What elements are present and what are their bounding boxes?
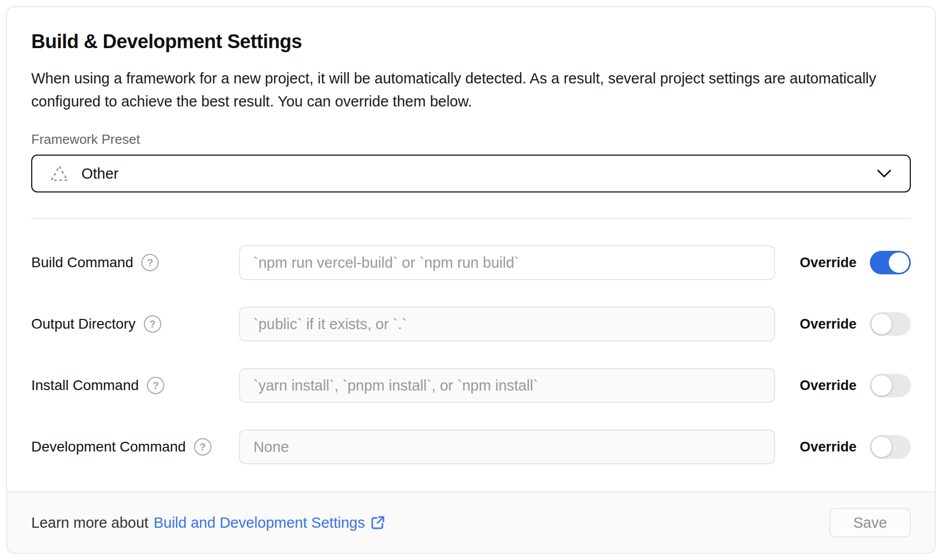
output-directory-input [239, 307, 775, 341]
description-text: When using a framework for a new project… [31, 67, 911, 113]
toggle-knob [871, 314, 892, 334]
build-command-label: Build Command [31, 254, 133, 271]
settings-rows: Build Command ? Override Output Director… [31, 245, 911, 464]
output-directory-override-toggle[interactable] [870, 312, 911, 336]
output-directory-help-icon[interactable]: ? [144, 315, 161, 333]
development-command-label: Development Command [31, 439, 186, 455]
triangle-dashed-icon [50, 164, 69, 183]
install-command-override-label: Override [800, 378, 857, 394]
framework-preset-label: Framework Preset [31, 132, 911, 147]
development-command-input [239, 429, 775, 464]
build-command-override-label: Override [800, 255, 857, 271]
install-command-label: Install Command [31, 377, 139, 394]
build-command-input[interactable] [239, 245, 775, 280]
development-command-row: Development Command ? Override [31, 429, 911, 464]
build-command-row: Build Command ? Override [31, 245, 911, 280]
development-command-override-toggle[interactable] [870, 435, 911, 459]
install-command-help-icon[interactable]: ? [147, 377, 164, 394]
development-command-help-icon[interactable]: ? [194, 438, 211, 456]
page-title: Build & Development Settings [31, 31, 911, 53]
section-divider [31, 218, 911, 219]
toggle-knob [871, 437, 892, 457]
framework-preset-select[interactable]: Other [31, 155, 911, 192]
toggle-knob [889, 252, 909, 273]
card-footer: Learn more about Build and Development S… [7, 491, 935, 553]
build-command-override-toggle[interactable] [870, 251, 911, 274]
chevron-down-icon [876, 168, 892, 179]
learn-more-text: Learn more about [31, 514, 148, 531]
install-command-override-toggle[interactable] [870, 374, 911, 397]
output-directory-label: Output Directory [31, 316, 136, 332]
development-command-override-label: Override [800, 439, 857, 455]
external-link-icon [370, 515, 386, 530]
install-command-input [239, 368, 775, 403]
output-directory-override-label: Override [800, 316, 857, 332]
install-command-row: Install Command ? Override [31, 368, 911, 403]
build-settings-docs-link[interactable]: Build and Development Settings [154, 514, 386, 531]
output-directory-row: Output Directory ? Override [31, 307, 911, 341]
toggle-knob [871, 375, 892, 396]
framework-preset-value: Other [81, 165, 119, 182]
build-command-help-icon[interactable]: ? [141, 254, 159, 271]
build-settings-card: Build & Development Settings When using … [6, 6, 936, 554]
save-button[interactable]: Save [829, 508, 911, 537]
card-main: Build & Development Settings When using … [7, 7, 935, 491]
